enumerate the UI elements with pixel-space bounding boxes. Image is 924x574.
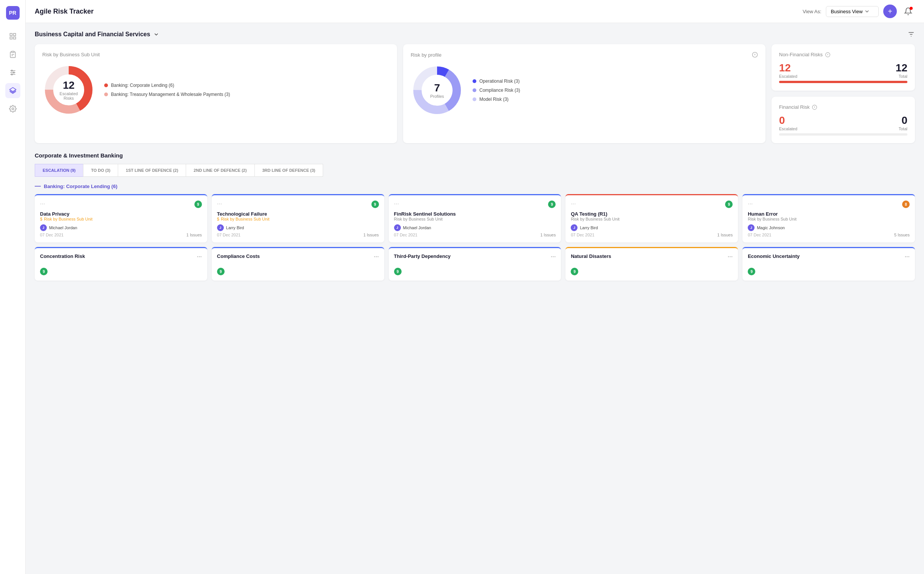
risk-by-sub-unit-card: Risk by Business Sub Unit 12: [35, 44, 397, 143]
card-menu-qa[interactable]: ···: [571, 200, 576, 207]
card-footer-he: 07 Dec 2021 5 Issues: [748, 233, 910, 237]
profile-dot-3: [472, 98, 476, 101]
dollar-icon-dp: $: [40, 217, 42, 221]
kanban-card-qa[interactable]: ··· 9 QA Testing (R1) Risk by Business S…: [565, 194, 738, 243]
tab-escalation[interactable]: ESCALATION (9): [35, 164, 83, 177]
donut-chart-profiles: 7 Profiles: [411, 64, 463, 117]
group-header: — Banking: Corporate Lending (6): [35, 183, 915, 189]
kanban-card-finrisk[interactable]: ··· 9 FinRisk Sentinel Solutions Risk by…: [389, 194, 561, 243]
card-menu-economic[interactable]: ···: [905, 253, 910, 260]
filter-icon[interactable]: [907, 31, 915, 38]
logo: PR: [6, 6, 20, 20]
kanban-card-third-party[interactable]: Third-Party Dependency ··· 9: [389, 247, 561, 281]
financial-total-number: 0: [899, 114, 907, 126]
view-select[interactable]: Business View: [826, 6, 879, 17]
kanban-card-natural-disasters[interactable]: Natural Disasters ··· 9: [565, 247, 738, 281]
sub-unit-card-title: Risk by Business Sub Unit: [42, 52, 390, 57]
sidebar-icon-sliders[interactable]: [5, 65, 20, 80]
right-cards-column: Non-Financial Risks 12 Escalated 12 Tota…: [771, 44, 915, 143]
card-badge-he: 8: [902, 200, 910, 208]
non-financial-progress-bar: [779, 81, 907, 83]
sidebar-icon-grid[interactable]: [5, 29, 20, 44]
group-collapse-icon[interactable]: —: [35, 183, 41, 189]
kanban-bottom-row: Concentration Risk ··· 9 Compliance Cost…: [35, 247, 915, 281]
card-menu-tech[interactable]: ···: [217, 200, 222, 207]
profile-legend-1: Operational Risk (3): [472, 79, 520, 84]
bottom-badge-4: 9: [571, 268, 578, 275]
risk-by-profile-card: Risk by profile: [403, 44, 765, 143]
chevron-down-icon: [865, 9, 869, 14]
avatar-data-privacy: J: [40, 224, 47, 231]
card-user-qa: J Larry Bird: [571, 224, 733, 231]
partial-title-concentration: Concentration Risk ···: [40, 253, 202, 260]
legend-item-2: Banking: Treasury Management & Wholesale…: [104, 92, 230, 97]
card-menu-natural-disasters[interactable]: ···: [728, 253, 733, 260]
section1-title[interactable]: Business Capital and Financial Services: [35, 31, 159, 38]
tab-todo[interactable]: TO DO (3): [83, 164, 118, 177]
card-header-he: ··· 8: [748, 200, 910, 208]
svg-point-12: [11, 74, 12, 75]
avatar-tech: J: [217, 224, 224, 231]
card-menu-data-privacy[interactable]: ···: [40, 200, 45, 207]
header-right: View As: Business View +: [803, 5, 915, 18]
partial-title-third-party: Third-Party Dependency ···: [394, 253, 556, 260]
financial-progress-bar: [779, 133, 907, 136]
sidebar-icon-settings[interactable]: [5, 101, 20, 116]
card-header-finrisk: ··· 9: [394, 200, 556, 208]
bottom-badge-2: 9: [217, 268, 225, 275]
kanban-card-tech-failure[interactable]: ··· 9 Technological Failure $ Risk by Bu…: [212, 194, 384, 243]
view-as-label: View As:: [803, 9, 821, 14]
card-menu-finrisk[interactable]: ···: [394, 200, 399, 207]
sidebar-icon-layers[interactable]: [5, 83, 20, 98]
card-footer-qa: 07 Dec 2021 1 Issues: [571, 233, 733, 237]
bell-icon[interactable]: [901, 5, 915, 18]
kanban-card-human-error[interactable]: ··· 8 Human Error Risk by Business Sub U…: [743, 194, 915, 243]
kanban-card-concentration[interactable]: Concentration Risk ··· 9: [35, 247, 207, 281]
add-button[interactable]: +: [883, 5, 897, 18]
kanban-card-economic[interactable]: Economic Uncertainty ··· 9: [743, 247, 915, 281]
card-title-tech: Technological Failure: [217, 211, 379, 217]
info-icon-nfr[interactable]: [825, 52, 830, 57]
chevron-down-icon: [153, 32, 159, 37]
financial-total-label: Total: [899, 126, 907, 131]
kanban-tabs: ESCALATION (9) TO DO (3) 1ST LINE OF DEF…: [35, 164, 915, 177]
card-risk-qa: Risk by Business Sub Unit: [571, 217, 733, 221]
non-financial-escalated-group: 12 Escalated: [779, 62, 797, 79]
avatar-finrisk: J: [394, 224, 401, 231]
card-menu-concentration[interactable]: ···: [197, 253, 201, 260]
svg-point-33: [815, 107, 815, 108]
tab-1st-defence[interactable]: 1ST LINE OF DEFENCE (2): [118, 164, 186, 177]
legend-dot-2: [104, 93, 108, 96]
tab-2nd-defence[interactable]: 2ND LINE OF DEFENCE (2): [186, 164, 254, 177]
card-footer-finrisk: 07 Dec 2021 1 Issues: [394, 233, 556, 237]
svg-point-14: [12, 108, 14, 110]
card-menu-compliance-costs[interactable]: ···: [374, 253, 379, 260]
header: Agile Risk Tracker View As: Business Vie…: [26, 0, 924, 23]
non-financial-numbers: 12 Escalated 12 Total: [779, 62, 907, 79]
card-footer-data-privacy: 07 Dec 2021 1 Issues: [40, 233, 202, 237]
financial-risk-card: Financial Risk 0 Escalated 0 Total: [771, 97, 915, 143]
financial-numbers: 0 Escalated 0 Total: [779, 114, 907, 131]
card-menu-third-party[interactable]: ···: [551, 253, 556, 260]
non-financial-total-number: 12: [896, 62, 907, 74]
profile-card-title: Risk by profile: [411, 52, 442, 58]
bottom-badge-5: 9: [748, 268, 755, 275]
card-header-tech: ··· 9: [217, 200, 379, 208]
donut-container-left: 12 Escalated Risks Banking: Corporate Le…: [42, 63, 390, 116]
section1-header: Business Capital and Financial Services: [35, 31, 915, 38]
info-icon-fr[interactable]: [812, 105, 817, 110]
financial-title: Financial Risk: [779, 104, 907, 110]
kanban-card-compliance-costs[interactable]: Compliance Costs ··· 9: [212, 247, 384, 281]
svg-point-11: [13, 72, 14, 73]
tab-3rd-defence[interactable]: 3RD LINE OF DEFENCE (3): [254, 164, 323, 177]
svg-point-10: [11, 70, 12, 71]
info-icon[interactable]: [752, 52, 758, 58]
kanban-cards-grid: ··· 9 Data Privacy $ Risk by Business Su…: [35, 194, 915, 243]
dollar-icon-tf: $: [217, 217, 219, 221]
non-financial-escalated-number: 12: [779, 62, 797, 74]
card-title-data-privacy: Data Privacy: [40, 211, 202, 217]
kanban-card-data-privacy[interactable]: ··· 9 Data Privacy $ Risk by Business Su…: [35, 194, 207, 243]
section2-title: Corporate & Investment Banking: [35, 152, 915, 159]
sidebar-icon-clipboard[interactable]: [5, 47, 20, 62]
card-menu-he[interactable]: ···: [748, 200, 752, 207]
